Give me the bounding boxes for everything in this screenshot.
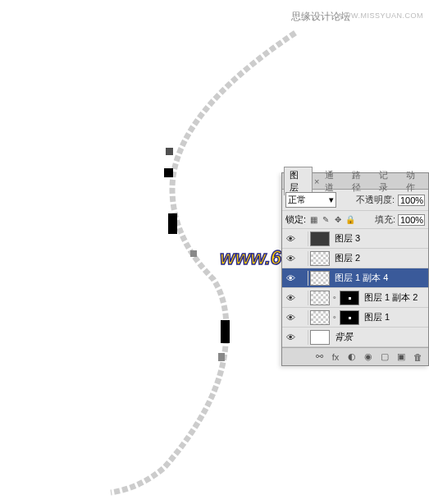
blend-mode-value: 正常 xyxy=(288,194,306,206)
link-icon[interactable]: ⚯ xyxy=(313,351,325,363)
layer-thumbnail[interactable] xyxy=(310,251,330,266)
lock-transparent-icon[interactable]: ▦ xyxy=(308,215,318,225)
lock-all-icon[interactable]: 🔒 xyxy=(345,215,355,225)
layer-row[interactable]: 👁 背景 xyxy=(282,328,428,347)
link-column xyxy=(299,291,308,305)
svg-rect-5 xyxy=(218,353,225,361)
layer-name: 背景 xyxy=(331,331,353,343)
lock-fill-row: 锁定: ▦ ✎ ✥ 🔒 填充: 100% xyxy=(282,211,428,229)
layer-row[interactable]: 👁 图层 2 xyxy=(282,249,428,268)
eye-icon[interactable]: 👁 xyxy=(284,272,297,285)
lock-pixels-icon[interactable]: ✎ xyxy=(321,215,331,225)
link-column xyxy=(299,251,308,266)
layer-row[interactable]: 👁 ⚬ 图层 1 xyxy=(282,308,428,328)
mask-thumbnail[interactable] xyxy=(340,310,359,325)
tab-channels[interactable]: 通道 xyxy=(320,167,347,195)
eye-icon[interactable]: 👁 xyxy=(284,331,297,344)
tab-paths[interactable]: 路径 xyxy=(347,167,374,195)
new-layer-icon[interactable]: ▣ xyxy=(395,351,407,363)
lock-label: 锁定: xyxy=(285,213,306,226)
fill-label: 填充: xyxy=(375,213,395,226)
svg-rect-2 xyxy=(168,213,177,234)
layer-thumbnail[interactable] xyxy=(310,310,330,325)
link-column xyxy=(299,231,308,246)
panel-tabs: 图层 × 通道 路径 记录 动作 xyxy=(282,173,428,190)
site-url: WWW.MISSYUAN.COM xyxy=(336,11,423,20)
mask-icon[interactable]: ◐ xyxy=(346,351,358,363)
layer-name: 图层 1 xyxy=(361,311,390,323)
blend-mode-select[interactable]: 正常 ▾ xyxy=(285,192,336,208)
tab-actions[interactable]: 动作 xyxy=(401,167,428,195)
fx-icon[interactable]: fx xyxy=(330,351,341,363)
layer-thumbnail[interactable] xyxy=(310,330,330,345)
panel-footer: ⚯ fx ◐ ◉ ▢ ▣ 🗑 xyxy=(282,347,428,365)
eye-icon[interactable]: 👁 xyxy=(284,232,297,245)
mask-link-icon[interactable]: ⚬ xyxy=(331,294,338,302)
layer-list: 👁 图层 3 👁 图层 2 👁 图层 1 副本 4 👁 ⚬ 图层 1 副本 2 xyxy=(282,229,428,347)
layer-name: 图层 2 xyxy=(331,252,360,264)
adjust-icon[interactable]: ◉ xyxy=(363,351,374,363)
layer-thumbnail[interactable] xyxy=(310,291,330,305)
layer-thumbnail[interactable] xyxy=(310,231,330,246)
chevron-down-icon: ▾ xyxy=(329,195,334,205)
link-column xyxy=(299,271,308,286)
eye-icon[interactable]: 👁 xyxy=(284,252,297,265)
lock-position-icon[interactable]: ✥ xyxy=(333,215,343,225)
fill-input[interactable]: 100% xyxy=(398,214,425,226)
tab-history[interactable]: 记录 xyxy=(374,167,401,195)
tab-layers[interactable]: 图层 xyxy=(284,167,313,195)
svg-rect-4 xyxy=(221,320,230,343)
layer-row[interactable]: 👁 图层 3 xyxy=(282,229,428,249)
opacity-label: 不透明度: xyxy=(356,194,395,206)
link-column xyxy=(299,330,308,345)
layers-panel: 图层 × 通道 路径 记录 动作 正常 ▾ 不透明度: 100% 锁定: ▦ ✎… xyxy=(281,172,429,366)
mask-link-icon[interactable]: ⚬ xyxy=(331,314,338,322)
trash-icon[interactable]: 🗑 xyxy=(412,351,423,363)
eye-icon[interactable]: 👁 xyxy=(284,311,297,324)
opacity-input[interactable]: 100% xyxy=(398,195,425,206)
folder-icon[interactable]: ▢ xyxy=(379,351,390,363)
layer-row[interactable]: 👁 图层 1 副本 4 xyxy=(282,268,428,288)
svg-rect-0 xyxy=(166,148,173,155)
svg-rect-3 xyxy=(190,250,197,257)
svg-rect-1 xyxy=(164,168,173,177)
mask-thumbnail[interactable] xyxy=(340,291,359,305)
eye-icon[interactable]: 👁 xyxy=(284,291,297,305)
link-column xyxy=(299,310,308,325)
layer-name: 图层 1 副本 4 xyxy=(331,272,388,284)
layer-name: 图层 1 副本 2 xyxy=(361,291,418,304)
layer-row[interactable]: 👁 ⚬ 图层 1 副本 2 xyxy=(282,288,428,308)
layer-thumbnail[interactable] xyxy=(310,271,330,286)
layer-name: 图层 3 xyxy=(331,232,360,245)
